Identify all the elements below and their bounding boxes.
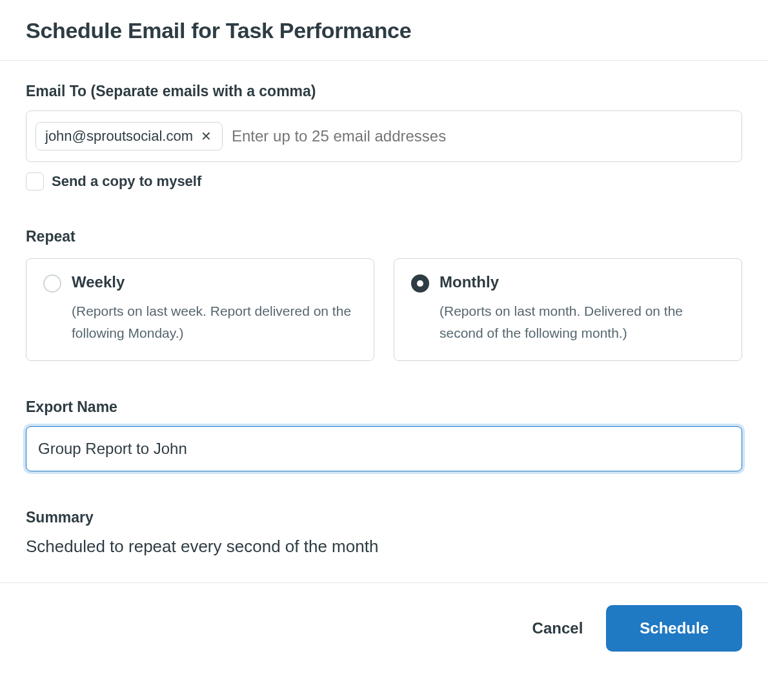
dialog-body: Email To (Separate emails with a comma) … [0,61,768,582]
send-copy-row[interactable]: Send a copy to myself [26,172,742,190]
radio-content: Weekly (Reports on last week. Report del… [72,273,357,344]
send-copy-label: Send a copy to myself [52,173,201,190]
export-name-input[interactable] [26,426,742,471]
email-to-input[interactable] [232,127,733,145]
radio-icon [43,274,61,293]
radio-title-weekly: Weekly [72,273,357,291]
radio-icon [411,274,429,293]
repeat-options: Weekly (Reports on last week. Report del… [26,258,742,361]
radio-desc-monthly: (Reports on last month. Delivered on the… [440,300,725,344]
email-to-label: Email To (Separate emails with a comma) [26,83,742,100]
schedule-button[interactable]: Schedule [606,605,742,652]
close-icon[interactable]: ✕ [199,130,213,143]
repeat-option-weekly[interactable]: Weekly (Reports on last week. Report del… [26,258,374,361]
email-chip: john@sproutsocial.com ✕ [35,122,223,150]
dialog-header: Schedule Email for Task Performance [0,0,768,60]
export-name-label: Export Name [26,398,742,416]
repeat-label: Repeat [26,228,742,245]
radio-content: Monthly (Reports on last month. Delivere… [440,273,725,344]
email-to-input-container[interactable]: john@sproutsocial.com ✕ [26,110,742,162]
summary-text: Scheduled to repeat every second of the … [26,537,742,557]
send-copy-checkbox[interactable] [26,172,44,190]
radio-title-monthly: Monthly [440,273,725,291]
dialog-title: Schedule Email for Task Performance [26,18,742,43]
export-name-section: Export Name [26,398,742,471]
repeat-option-monthly[interactable]: Monthly (Reports on last month. Delivere… [394,258,742,361]
summary-section: Summary Scheduled to repeat every second… [26,509,742,557]
cancel-button[interactable]: Cancel [532,619,583,637]
email-to-section: Email To (Separate emails with a comma) … [26,83,742,190]
email-chip-text: john@sproutsocial.com [45,128,193,145]
dialog-footer: Cancel Schedule [0,582,768,674]
summary-label: Summary [26,509,742,526]
repeat-section: Repeat Weekly (Reports on last week. Rep… [26,228,742,361]
radio-desc-weekly: (Reports on last week. Report delivered … [72,300,357,344]
